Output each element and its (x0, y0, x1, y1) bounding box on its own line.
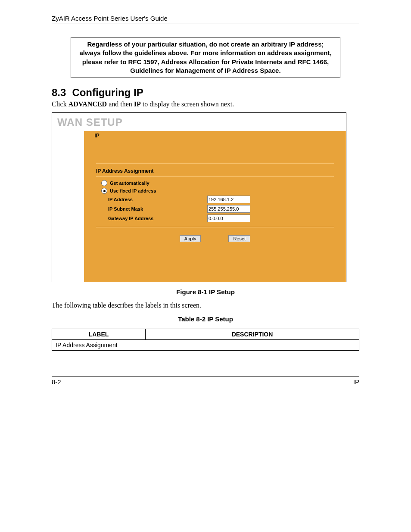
table-cell-label: IP Address Assignment (52, 340, 359, 351)
ip-address-label: IP Address (108, 197, 207, 202)
reset-button[interactable]: Reset (228, 235, 250, 242)
table-header-row: LABEL DESCRIPTION (52, 329, 359, 340)
ip-assignment-label: IP Address Assignment (96, 168, 334, 174)
table-intro: The following table describes the labels… (52, 302, 359, 309)
apply-button[interactable]: Apply (180, 235, 201, 242)
note-box: Regardless of your particular situation,… (71, 37, 340, 78)
page-header: ZyAIR Access Point Series User's Guide (52, 15, 359, 24)
gateway-ip-label: Gateway IP Address (108, 216, 207, 221)
note-text: Regardless of your particular situation,… (79, 40, 331, 74)
wan-setup-screenshot: WAN SETUP IP Address Assignment Get auto… (52, 112, 346, 282)
table-caption: Table 8-2 IP Setup (52, 315, 359, 323)
config-panel: IP Address Assignment Get automatically … (84, 131, 346, 282)
radio-get-automatically[interactable]: Get automatically (101, 179, 334, 187)
figure-caption: Figure 8-1 IP Setup (52, 288, 359, 296)
subnet-mask-label: IP Subnet Mask (108, 206, 207, 212)
section-heading: 8.3Configuring IP (52, 87, 359, 99)
gateway-ip-input[interactable] (207, 215, 250, 222)
divider (96, 163, 334, 164)
section-title: Configuring IP (72, 87, 143, 98)
ip-setup-table: LABEL DESCRIPTION IP Address Assignment (52, 329, 359, 351)
page-footer: 8-2 IP (52, 376, 359, 386)
table-row: IP Address Assignment (52, 340, 359, 351)
radio-icon (101, 180, 107, 186)
radio-use-fixed-ip[interactable]: Use fixed IP address (101, 187, 334, 195)
section-number: 8.3 (52, 87, 66, 98)
subnet-mask-input[interactable] (207, 205, 250, 213)
radio-auto-label: Get automatically (110, 180, 149, 186)
table-head-desc: DESCRIPTION (146, 329, 359, 340)
section-intro: Click ADVANCED and then IP to display th… (52, 100, 359, 108)
radio-fixed-label: Use fixed IP address (110, 188, 156, 193)
table-head-label: LABEL (52, 329, 146, 340)
ip-word: IP (134, 100, 141, 108)
ip-address-input[interactable] (207, 196, 250, 203)
advanced-word: ADVANCED (68, 100, 107, 108)
radio-icon (101, 188, 107, 194)
footer-section: IP (353, 378, 359, 386)
tab-ip[interactable]: IP (87, 131, 106, 140)
header-title: ZyAIR Access Point Series User's Guide (52, 15, 168, 22)
divider (96, 227, 334, 227)
footer-page-number: 8-2 (52, 378, 61, 386)
wan-setup-title: WAN SETUP (57, 116, 123, 128)
